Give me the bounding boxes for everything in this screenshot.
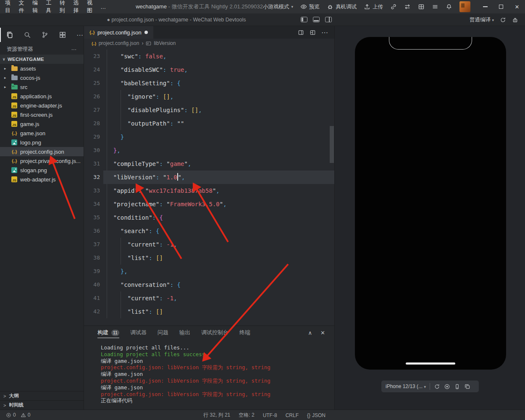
code-line-25[interactable]: 25 "babelSetting": {: [84, 76, 334, 90]
code-area[interactable]: 23 "swc": false,24 "disableSWC": true,25…: [84, 48, 334, 326]
panel-tab-问题[interactable]: 问题: [158, 326, 168, 339]
code-line-38[interactable]: 38 "list": []: [84, 251, 334, 265]
project-root-folder[interactable]: ∨ WECHATGAME: [0, 55, 84, 64]
tree-item-project-private-config-js-[interactable]: {..}project.private.config.js...: [0, 156, 84, 165]
more-actions-icon[interactable]: ⋯: [321, 29, 328, 37]
editor-scrollbar[interactable]: [330, 126, 334, 163]
tree-item-game-json[interactable]: {..}game.json: [0, 129, 84, 138]
code-line-33[interactable]: 33 "appid": "wxc17c1fab1387ab58",: [84, 184, 334, 197]
unsaved-dot-icon[interactable]: [144, 31, 148, 34]
code-line-40[interactable]: 40 "conversation": {: [84, 278, 334, 291]
split-editor-icon[interactable]: [298, 29, 304, 36]
record-icon[interactable]: [444, 383, 450, 390]
code-line-28[interactable]: 28 "outputPath": "": [84, 117, 334, 130]
close-panel-icon[interactable]: ✕: [320, 330, 325, 336]
line-number[interactable]: 29: [84, 130, 100, 144]
line-number[interactable]: 27: [84, 103, 100, 117]
problems-warnings[interactable]: 0: [21, 412, 31, 418]
code-line-34[interactable]: 34 "projectname": "FrameWork3.5.0",: [84, 197, 334, 211]
line-number[interactable]: 25: [84, 76, 100, 90]
source-control-icon[interactable]: [41, 31, 49, 39]
upload-button[interactable]: 上传: [364, 3, 383, 10]
tree-item-project-config-json[interactable]: {..}project.config.json: [0, 147, 84, 156]
line-number[interactable]: 42: [84, 305, 100, 318]
remote-debug-button[interactable]: 真机调试: [327, 3, 357, 10]
panel-tab-终端[interactable]: 终端: [239, 326, 250, 339]
toggle-splitview-icon[interactable]: [325, 17, 332, 22]
code-line-30[interactable]: 30 },: [84, 144, 334, 157]
language-mode[interactable]: {} JSON: [307, 412, 326, 418]
rotate-device-icon[interactable]: [434, 383, 440, 390]
tree-item-logo-png[interactable]: logo.png: [0, 138, 84, 147]
indentation[interactable]: 空格: 2: [239, 412, 254, 419]
device-selector[interactable]: iPhone 12/13 (... ▾: [386, 383, 426, 389]
panel-tab-调试器[interactable]: 调试器: [130, 326, 147, 339]
code-line-37[interactable]: 37 "current": -1,: [84, 238, 334, 251]
panel-tab-构建[interactable]: 构建11: [97, 326, 119, 339]
line-number[interactable]: 32: [84, 171, 100, 184]
close-button[interactable]: ✕: [509, 0, 525, 13]
code-line-26[interactable]: 26 "ignore": [],: [84, 90, 334, 103]
tree-item-engine-adapter-js[interactable]: JSengine-adapter.js: [0, 101, 84, 110]
panel-tab-输出[interactable]: 输出: [179, 326, 190, 339]
game-mode-dropdown[interactable]: 小游戏模式▾: [263, 3, 293, 10]
tree-item-first-screen-js[interactable]: JSfirst-screen.js: [0, 110, 84, 119]
code-line-42[interactable]: 42 "list": []: [84, 305, 334, 318]
editor-layout-icon[interactable]: [310, 29, 316, 36]
timeline-section[interactable]: >时间线: [0, 400, 84, 410]
tree-item-cocos-js[interactable]: ▸cocos-js: [0, 73, 84, 82]
multi-window-icon[interactable]: [464, 383, 470, 390]
line-number[interactable]: 31: [84, 157, 100, 171]
menu-item[interactable]: 编辑: [32, 0, 46, 14]
breadcrumb[interactable]: {..} project.config.json › libVersion: [84, 39, 334, 48]
layout-grid-button[interactable]: [418, 3, 425, 10]
menu-item[interactable]: 视图: [87, 0, 100, 14]
line-number[interactable]: 38: [84, 251, 100, 265]
line-number[interactable]: 33: [84, 184, 100, 197]
line-number[interactable]: 35: [84, 211, 100, 224]
tree-item-application-js[interactable]: JSapplication.js: [0, 92, 84, 101]
line-number[interactable]: 26: [84, 90, 100, 103]
tree-item-slogan-png[interactable]: slogan.png: [0, 165, 84, 175]
toggle-sidebar-icon[interactable]: [301, 17, 307, 22]
clear-cache-icon[interactable]: [512, 17, 518, 23]
explorer-icon[interactable]: [6, 31, 13, 39]
menu-item[interactable]: 选择: [73, 0, 87, 14]
line-number[interactable]: 24: [84, 63, 100, 76]
explorer-more-icon[interactable]: ⋯: [71, 46, 77, 52]
tree-item-game-js[interactable]: JSgame.js: [0, 119, 84, 129]
line-number[interactable]: 34: [84, 197, 100, 211]
code-line-36[interactable]: 36 "search": {: [84, 224, 334, 238]
tree-item-assets[interactable]: ▸assets: [0, 64, 84, 73]
breadcrumb-symbol[interactable]: libVersion: [154, 40, 176, 46]
line-number[interactable]: 28: [84, 117, 100, 130]
line-number[interactable]: 37: [84, 238, 100, 251]
preview-button[interactable]: 预览: [300, 3, 320, 10]
avatar[interactable]: [459, 1, 470, 12]
phone-view-icon[interactable]: [454, 383, 460, 390]
eol-sequence[interactable]: CRLF: [286, 412, 299, 418]
tab-project-config-json[interactable]: {..} project.config.json: [84, 26, 153, 39]
minimize-button[interactable]: [477, 0, 493, 13]
line-number[interactable]: 39: [84, 265, 100, 278]
panel-tab-调试控制台[interactable]: 调试控制台: [201, 326, 228, 339]
line-number[interactable]: 41: [84, 291, 100, 305]
line-number[interactable]: 40: [84, 278, 100, 291]
menu-item[interactable]: 文件: [18, 0, 32, 14]
collapse-panel-icon[interactable]: ∧: [308, 330, 312, 336]
notifications-button[interactable]: [446, 3, 452, 10]
code-line-32[interactable]: 32 "libVersion": "1.0",: [84, 171, 334, 184]
line-number[interactable]: 23: [84, 50, 100, 63]
swap-button[interactable]: [404, 3, 411, 10]
extensions-icon[interactable]: [59, 31, 66, 39]
breadcrumb-file[interactable]: project.config.json: [99, 40, 139, 46]
code-line-27[interactable]: 27 "disablePlugins": [],: [84, 103, 334, 117]
maximize-button[interactable]: [493, 0, 509, 13]
code-line-35[interactable]: 35 "condition": {: [84, 211, 334, 224]
menu-item[interactable]: 项目: [5, 0, 18, 14]
tree-item-src[interactable]: ▸src: [0, 82, 84, 92]
menu-item[interactable]: …: [100, 4, 111, 10]
recompile-icon[interactable]: [500, 17, 506, 23]
code-line-29[interactable]: 29 }: [84, 130, 334, 144]
encoding[interactable]: UTF-8: [263, 412, 277, 418]
